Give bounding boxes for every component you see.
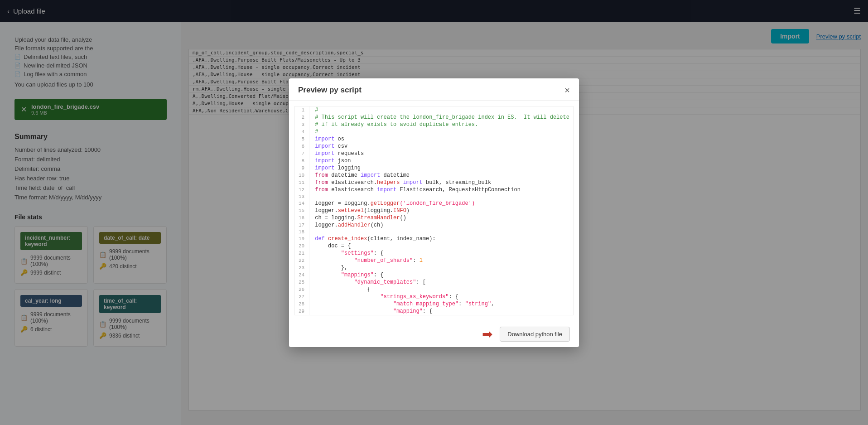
line-content: "dynamic_templates": [	[309, 279, 574, 286]
code-line: 16ch = logging.StreamHandler()	[295, 214, 574, 222]
code-line: 4#	[295, 128, 574, 135]
line-number: 15	[295, 207, 309, 214]
line-content: logger = logging.getLogger('london_fire_…	[309, 200, 574, 207]
line-content: #	[309, 106, 574, 114]
line-number: 7	[295, 150, 309, 157]
code-line: 23 },	[295, 264, 574, 271]
code-container[interactable]: 1#2# This script will create the london_…	[294, 106, 574, 315]
line-content: import logging	[309, 164, 574, 172]
code-line: 28 "match_mapping_type": "string",	[295, 300, 574, 308]
code-line: 21 "settings": {	[295, 250, 574, 257]
line-content: "mapping": {	[309, 308, 574, 315]
line-content: import json	[309, 157, 574, 164]
modal-body: 1#2# This script will create the london_…	[289, 101, 579, 321]
line-number: 19	[295, 235, 309, 242]
line-number: 28	[295, 300, 309, 308]
line-number: 27	[295, 293, 309, 300]
line-number: 26	[295, 286, 309, 293]
line-number: 4	[295, 128, 309, 135]
line-number: 21	[295, 250, 309, 257]
code-line: 13	[295, 193, 574, 200]
line-content: logger.setLevel(logging.INFO)	[309, 207, 574, 214]
line-content: "settings": {	[309, 250, 574, 257]
line-content: doc = {	[309, 242, 574, 250]
line-content	[309, 229, 574, 235]
line-content: from elasticsearch.helpers import bulk, …	[309, 179, 574, 186]
line-number: 20	[295, 242, 309, 250]
line-number: 12	[295, 186, 309, 193]
code-line: 14logger = logging.getLogger('london_fir…	[295, 200, 574, 207]
code-table: 1#2# This script will create the london_…	[295, 106, 574, 315]
line-number: 23	[295, 264, 309, 271]
line-number: 5	[295, 135, 309, 143]
line-number: 9	[295, 164, 309, 172]
code-line: 11from elasticsearch.helpers import bulk…	[295, 179, 574, 186]
code-line: 15logger.setLevel(logging.INFO)	[295, 207, 574, 214]
arrow-icon: ➡	[482, 327, 492, 342]
code-line: 26 {	[295, 286, 574, 293]
line-content: },	[309, 264, 574, 271]
line-number: 29	[295, 308, 309, 315]
line-content: def create_index(client, index_name):	[309, 235, 574, 242]
code-line: 10from datetime import datetime	[295, 172, 574, 179]
line-content: {	[309, 286, 574, 293]
line-content: from elasticsearch import Elasticsearch,…	[309, 186, 574, 193]
modal-close-button[interactable]: ×	[564, 86, 570, 95]
line-number: 16	[295, 214, 309, 222]
line-content: from datetime import datetime	[309, 172, 574, 179]
line-number: 10	[295, 172, 309, 179]
code-line: 12from elasticsearch import Elasticsearc…	[295, 186, 574, 193]
line-content: # This script will create the london_fir…	[309, 114, 574, 121]
line-content: import requests	[309, 150, 574, 157]
code-line: 22 "number_of_shards": 1	[295, 257, 574, 264]
line-content: ch = logging.StreamHandler()	[309, 214, 574, 222]
code-line: 27 "strings_as_keywords": {	[295, 293, 574, 300]
line-content: import os	[309, 135, 574, 143]
line-content: # if it already exists to avoid duplicat…	[309, 121, 574, 128]
code-line: 6import csv	[295, 143, 574, 150]
line-number: 14	[295, 200, 309, 207]
line-content: #	[309, 128, 574, 135]
line-number: 22	[295, 257, 309, 264]
code-line: 29 "mapping": {	[295, 308, 574, 315]
line-number: 24	[295, 271, 309, 279]
line-content	[309, 193, 574, 200]
code-line: 1#	[295, 106, 574, 114]
line-number: 11	[295, 179, 309, 186]
line-number: 17	[295, 222, 309, 229]
line-content: "match_mapping_type": "string",	[309, 300, 574, 308]
code-line: 3# if it already exists to avoid duplica…	[295, 121, 574, 128]
line-number: 6	[295, 143, 309, 150]
code-line: 9import logging	[295, 164, 574, 172]
code-line: 7import requests	[295, 150, 574, 157]
modal-title: Preview py script	[298, 86, 362, 95]
code-line: 25 "dynamic_templates": [	[295, 279, 574, 286]
code-line: 20 doc = {	[295, 242, 574, 250]
modal-overlay[interactable]: Preview py script × 1#2# This script wil…	[0, 0, 868, 425]
code-line: 24 "mappings": {	[295, 271, 574, 279]
code-line: 19def create_index(client, index_name):	[295, 235, 574, 242]
line-content: "number_of_shards": 1	[309, 257, 574, 264]
line-content: import csv	[309, 143, 574, 150]
code-line: 18	[295, 229, 574, 235]
line-number: 8	[295, 157, 309, 164]
line-content: "mappings": {	[309, 271, 574, 279]
code-line: 5import os	[295, 135, 574, 143]
modal: Preview py script × 1#2# This script wil…	[289, 78, 579, 347]
modal-header: Preview py script ×	[289, 78, 579, 101]
code-line: 8import json	[295, 157, 574, 164]
line-number: 2	[295, 114, 309, 121]
line-number: 25	[295, 279, 309, 286]
code-line: 17logger.addHandler(ch)	[295, 222, 574, 229]
download-python-button[interactable]: Download python file	[500, 327, 570, 342]
line-content: logger.addHandler(ch)	[309, 222, 574, 229]
line-number: 18	[295, 229, 309, 235]
modal-footer: ➡ Download python file	[289, 321, 579, 347]
code-line: 2# This script will create the london_fi…	[295, 114, 574, 121]
line-number: 13	[295, 193, 309, 200]
line-content: "strings_as_keywords": {	[309, 293, 574, 300]
line-number: 1	[295, 106, 309, 114]
line-number: 3	[295, 121, 309, 128]
